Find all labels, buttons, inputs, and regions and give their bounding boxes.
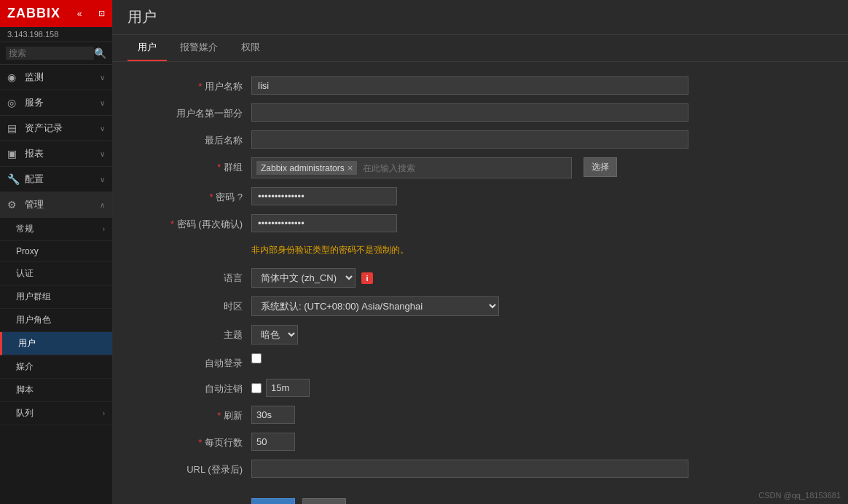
add-button[interactable]: 添加 [251,498,295,504]
chevron-right-icon: › [103,409,105,417]
autologout-input[interactable] [266,379,310,397]
autologin-label: 自动登录 [135,353,251,370]
sidebar-item-config[interactable]: 🔧 配置 ∨ [0,167,112,192]
group-select-button[interactable]: 选择 [584,157,617,177]
page-title: 用户 [127,7,833,27]
group-tag-zabbix-admin: Zabbix administrators × [256,161,357,175]
page-header: 用户 [113,0,848,35]
cancel-button[interactable]: 取消 [302,498,346,504]
hint-value: 非内部身份验证类型的密码不是强制的。 [251,241,688,259]
sidebar-item-assets[interactable]: ▤ 资产记录 ∨ [0,116,112,141]
sidebar-item-userroles[interactable]: 用户角色 [0,309,112,332]
sidebar-item-media[interactable]: 媒介 [0,355,112,379]
username-label: * 用户名称 [135,76,251,93]
chevron-down-icon: ∨ [100,176,105,184]
refresh-input[interactable] [251,406,295,424]
username-value [251,76,688,95]
search-icon[interactable]: 🔍 [94,47,106,59]
password-confirm-input[interactable] [251,214,397,232]
sidebar-item-proxy-label: Proxy [16,246,39,256]
form-row-autologin: 自动登录 [135,353,826,370]
timezone-value: 系统默认: (UTC+08:00) Asia/Shanghai [251,296,688,316]
sidebar-item-reports[interactable]: ▣ 报表 ∨ [0,141,112,167]
sidebar-item-users[interactable]: 用户 [0,332,112,355]
sidebar-item-general[interactable]: 常规 › [0,218,112,241]
sidebar-item-usergroups[interactable]: 用户群组 [0,286,112,309]
assets-icon: ▤ [7,122,20,134]
form-row-language: 语言 简体中文 (zh_CN) i [135,268,826,288]
url-value [251,460,688,478]
form-row-hint: 非内部身份验证类型的密码不是强制的。 [135,241,826,259]
sidebar-item-scripts[interactable]: 脚本 [0,379,112,402]
form-row-theme: 主题 暗色 [135,325,826,344]
sidebar-item-auth[interactable]: 认证 [0,262,112,286]
sidebar-collapse-icon[interactable]: « [77,9,82,19]
chevron-up-icon: ∧ [100,201,105,209]
sidebar-item-admin[interactable]: ⚙ 管理 ∧ [0,192,112,218]
lastname-value [251,130,688,149]
language-select[interactable]: 简体中文 (zh_CN) [251,268,356,288]
config-icon: 🔧 [7,173,20,185]
chevron-down-icon: ∨ [100,74,105,82]
form-row-rows: * 每页行数 [135,433,826,451]
password-input[interactable] [251,187,397,205]
sidebar: ZABBIX « ⊡ 3.143.198.158 🔍 ◉ 监测 ∨ ◎ 服务 ∨… [0,0,113,504]
timezone-label: 时区 [135,296,251,313]
sidebar-item-services-label: 服务 [25,96,44,109]
sidebar-item-admin-label: 管理 [25,198,44,211]
group-label: * 群组 [135,157,251,174]
form-row-group: * 群组 Zabbix administrators × 选择 [135,157,826,178]
form-container: * 用户名称 用户名第一部分 最后名称 * 群组 [113,62,848,504]
url-input[interactable] [251,460,688,478]
tab-media[interactable]: 报警媒介 [170,35,228,61]
sidebar-item-proxy[interactable]: Proxy [0,241,112,262]
autologout-checkbox[interactable] [251,383,262,393]
password-confirm-label: * 密码 (再次确认) [135,214,251,231]
search-input[interactable] [6,47,94,60]
language-label: 语言 [135,268,251,285]
sidebar-item-queue[interactable]: 队列 › [0,402,112,425]
password-value [251,187,688,205]
password-hint: 非内部身份验证类型的密码不是强制的。 [251,241,688,259]
sidebar-item-monitoring[interactable]: ◉ 监测 ∨ [0,65,112,90]
lastname-label: 最后名称 [135,130,251,147]
sidebar-item-scripts-label: 脚本 [16,384,34,396]
username-input[interactable] [251,76,688,95]
timezone-select[interactable]: 系统默认: (UTC+08:00) Asia/Shanghai [251,296,499,316]
tab-permissions[interactable]: 权限 [231,35,270,61]
group-tag-container: Zabbix administrators × [251,157,572,178]
form-row-autologout: 自动注销 [135,379,826,397]
autologout-label: 自动注销 [135,379,251,395]
lastname-input[interactable] [251,130,688,149]
password-label: * 密码 ? [135,187,251,204]
sidebar-item-users-label: 用户 [18,337,36,350]
chevron-down-icon: ∨ [100,99,105,107]
sidebar-header: ZABBIX « ⊡ [0,0,112,27]
group-tag-close-icon[interactable]: × [348,162,353,173]
rows-label: * 每页行数 [135,433,251,449]
sidebar-logo: ZABBIX [7,6,60,21]
tab-user[interactable]: 用户 [127,35,167,61]
form-row-password-confirm: * 密码 (再次确认) [135,214,826,232]
group-search-input[interactable] [360,162,469,175]
sidebar-item-usergroups-label: 用户群组 [16,291,51,303]
form-row-buttons: 添加 取消 [135,487,826,504]
sidebar-search-container: 🔍 [0,42,112,65]
theme-value: 暗色 [251,325,688,344]
rows-input[interactable] [251,433,295,451]
form-buttons: 添加 取消 [251,498,688,504]
required-star: * [209,192,213,202]
monitoring-icon: ◉ [7,71,20,83]
autologin-checkbox[interactable] [251,353,262,363]
sidebar-item-services[interactable]: ◎ 服务 ∨ [0,90,112,116]
firstname-input[interactable] [251,103,688,122]
required-star: * [217,410,221,421]
theme-select[interactable]: 暗色 [251,325,298,344]
refresh-value [251,406,688,424]
sidebar-minimize-icon[interactable]: ⊡ [98,9,105,18]
language-value: 简体中文 (zh_CN) i [251,268,688,288]
info-icon: i [361,272,373,284]
tabs-bar: 用户 报警媒介 权限 [113,35,848,62]
sidebar-item-auth-label: 认证 [16,267,34,280]
form-row-refresh: * 刷新 [135,406,826,424]
